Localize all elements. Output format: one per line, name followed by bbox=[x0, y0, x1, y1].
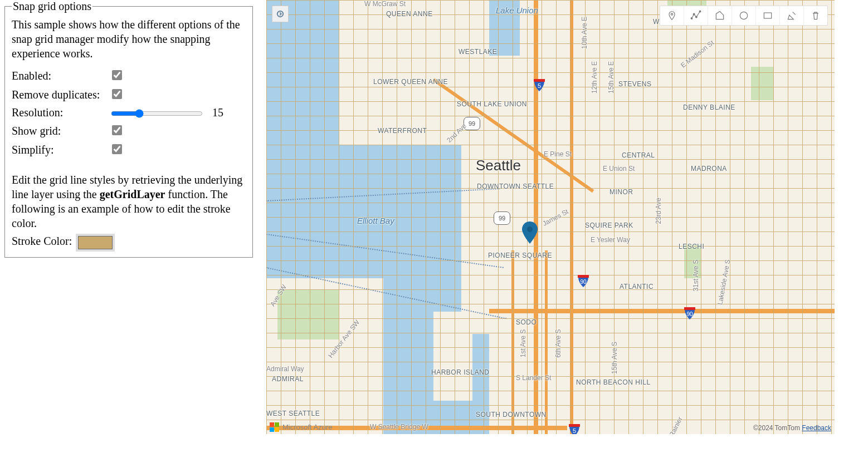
svg-text:90: 90 bbox=[580, 279, 587, 285]
map-attribution: Microsoft Azure bbox=[270, 422, 333, 432]
land bbox=[433, 312, 472, 401]
street-label: 23rd Ave bbox=[655, 198, 662, 224]
shield-i5: 5 bbox=[533, 78, 546, 92]
resolution-value: 15 bbox=[212, 106, 223, 119]
remove-duplicates-checkbox[interactable] bbox=[112, 89, 122, 99]
area-label: CENTRAL bbox=[622, 151, 655, 159]
street-label: E Union St bbox=[603, 165, 635, 173]
expand-panel-button[interactable] bbox=[272, 6, 289, 22]
show-grid-label: Show grid: bbox=[12, 121, 110, 140]
svg-point-8 bbox=[693, 13, 695, 15]
area-label: STEVENS bbox=[618, 80, 652, 88]
street-label: S Lander St bbox=[516, 374, 551, 382]
microsoft-logo-icon bbox=[270, 422, 279, 432]
draw-point-button[interactable] bbox=[660, 6, 684, 25]
street-label: 12th Ave E bbox=[591, 61, 598, 93]
panel-description: This sample shows how the different opti… bbox=[12, 17, 246, 61]
draw-line-button[interactable] bbox=[684, 6, 708, 25]
shield-sr99: 99 bbox=[494, 211, 510, 225]
road-i5 bbox=[534, 0, 538, 434]
area-label: SODO bbox=[516, 318, 537, 326]
area-label: DOWNTOWN SEATTLE bbox=[477, 183, 554, 190]
edit-geometry-button[interactable] bbox=[779, 6, 803, 25]
svg-rect-12 bbox=[764, 13, 771, 18]
area-label: WATERFRONT bbox=[378, 127, 427, 135]
street-label: W Seattle Bridge W bbox=[370, 423, 428, 431]
area-label: LOWER QUEEN ANNE bbox=[373, 78, 448, 86]
street-label: 1st Ave S bbox=[519, 329, 527, 357]
street-label: E Yesler Way bbox=[591, 236, 630, 244]
area-label: QUEEN ANNE bbox=[386, 10, 433, 18]
svg-point-6 bbox=[671, 13, 672, 15]
area-label: DENNY BLAINE bbox=[683, 104, 735, 111]
stroke-color-picker[interactable] bbox=[78, 236, 113, 249]
shield-i90: 90 bbox=[683, 306, 696, 321]
feedback-link[interactable]: Feedback bbox=[802, 424, 831, 432]
area-label: WESTLAKE bbox=[459, 48, 497, 56]
street-label: 31st Ave S bbox=[692, 259, 700, 291]
street-label: 6th Ave S bbox=[554, 329, 562, 357]
panel-legend: Snap grid options bbox=[12, 0, 92, 13]
svg-text:5: 5 bbox=[538, 82, 541, 89]
drawing-toolbar bbox=[660, 6, 828, 26]
stroke-description: Edit the grid line styles by retrieving … bbox=[12, 173, 246, 230]
elliott-bay-label: Elliott Bay bbox=[357, 216, 394, 225]
options-panel: Snap grid options This sample shows how … bbox=[4, 0, 253, 258]
street-label: Admiral Way bbox=[266, 365, 304, 373]
svg-text:5: 5 bbox=[573, 427, 576, 434]
area-label: MINOR bbox=[609, 188, 633, 196]
area-label: ADMIRAL bbox=[272, 375, 304, 383]
resolution-label: Resolution: bbox=[12, 104, 110, 121]
draw-circle-button[interactable] bbox=[732, 6, 755, 25]
area-label: WEST SEATTLE bbox=[266, 410, 320, 417]
area-label: MADRONA bbox=[691, 165, 727, 173]
draw-polygon-button[interactable] bbox=[708, 6, 732, 25]
erase-geometry-button[interactable] bbox=[803, 6, 827, 25]
remove-duplicates-label: Remove duplicates: bbox=[12, 85, 110, 104]
area-label: PIONEER SQUARE bbox=[488, 252, 552, 259]
enabled-checkbox[interactable] bbox=[112, 70, 122, 80]
simplify-checkbox[interactable] bbox=[112, 144, 122, 154]
street-label: 15th Ave E bbox=[607, 61, 615, 93]
map-marker-pin[interactable] bbox=[521, 221, 538, 244]
options-table: Enabled: Remove duplicates: Resolution: … bbox=[12, 66, 227, 159]
area-label: LESCHI bbox=[679, 243, 704, 250]
svg-point-0 bbox=[527, 226, 533, 232]
area-label: ATLANTIC bbox=[620, 283, 654, 290]
street-label: 15th Ave S bbox=[611, 342, 618, 374]
shield-i90: 90 bbox=[577, 274, 590, 288]
park bbox=[751, 67, 773, 100]
area-label: SOUTH DOWNTOWN bbox=[476, 411, 547, 418]
area-label: NORTH BEACON HILL bbox=[576, 378, 651, 386]
svg-text:90: 90 bbox=[686, 311, 693, 317]
city-label: Seattle bbox=[476, 157, 521, 174]
svg-point-5 bbox=[277, 11, 284, 17]
street-label: W McGraw St bbox=[364, 0, 406, 8]
area-label: SOUTH LAKE UNION bbox=[457, 100, 527, 108]
road-i90 bbox=[489, 309, 835, 313]
road bbox=[545, 250, 548, 434]
street-label: E Pine St bbox=[544, 150, 572, 158]
area-label: HARBOR ISLAND bbox=[431, 368, 490, 376]
map-canvas[interactable]: 99 99 5 90 90 5 Seattle Elliott Bay Lake… bbox=[266, 0, 835, 434]
draw-rectangle-button[interactable] bbox=[755, 6, 779, 25]
resolution-slider[interactable] bbox=[111, 109, 203, 118]
road-sr99 bbox=[570, 0, 573, 434]
street-label: 10th Ave E bbox=[581, 17, 588, 49]
enabled-label: Enabled: bbox=[12, 66, 110, 85]
land bbox=[729, 0, 835, 434]
map-copyright: ©2024 TomTom Feedback bbox=[753, 424, 831, 432]
svg-point-7 bbox=[691, 18, 693, 19]
lake-union-label: Lake Union bbox=[496, 6, 538, 15]
show-grid-checkbox[interactable] bbox=[112, 125, 122, 135]
svg-point-11 bbox=[740, 12, 747, 19]
road bbox=[511, 250, 514, 434]
shield-i5: 5 bbox=[568, 423, 581, 434]
area-label: SQUIRE PARK bbox=[585, 221, 633, 229]
svg-point-10 bbox=[699, 11, 701, 12]
simplify-label: Simplify: bbox=[12, 140, 110, 159]
stroke-color-label: Stroke Color: bbox=[12, 235, 72, 247]
park bbox=[277, 289, 339, 339]
svg-point-9 bbox=[696, 16, 698, 18]
